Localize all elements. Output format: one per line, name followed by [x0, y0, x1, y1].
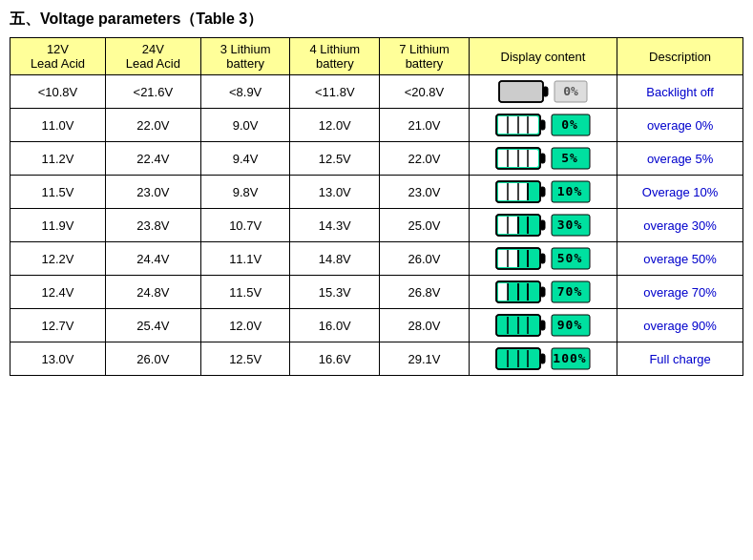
percent-display: 0%	[554, 79, 588, 104]
cell-row3-col2: 9.8V	[200, 176, 290, 209]
cell-row5-col3: 14.8V	[290, 242, 380, 276]
cell-row6-col1: 24.8V	[105, 276, 200, 309]
cell-row5-col1: 24.4V	[105, 242, 200, 276]
cell-row7-col2: 12.0V	[200, 309, 290, 342]
table-row: 13.0V26.0V12.5V16.6V29.1V 100% Full char…	[10, 342, 743, 376]
battery-icon	[495, 179, 547, 204]
description-cell: overage 30%	[617, 209, 743, 242]
cell-row2-col2: 9.4V	[200, 142, 290, 176]
voltage-table: 12VLead Acid 24VLead Acid 3 Lithiumbatte…	[10, 37, 743, 376]
cell-row7-col0: 12.7V	[10, 309, 106, 342]
svg-rect-42	[508, 183, 517, 200]
description-cell: Full charge	[617, 342, 743, 376]
battery-icon	[498, 79, 550, 104]
svg-text:0%: 0%	[561, 117, 578, 132]
cell-row6-col3: 15.3V	[290, 276, 380, 309]
header-3li: 3 Lithiumbattery	[200, 38, 290, 75]
cell-row8-col2: 12.5V	[200, 342, 290, 376]
cell-row5-col2: 11.1V	[200, 242, 290, 276]
display-cell: 10%	[469, 176, 617, 209]
table-row: 12.2V24.4V11.1V14.8V26.0V 50% overage 50…	[10, 242, 743, 276]
display-cell: 5%	[469, 142, 617, 176]
svg-text:50%: 50%	[557, 251, 582, 265]
header-12v: 12VLead Acid	[10, 38, 106, 75]
cell-row3-col3: 13.0V	[290, 176, 380, 209]
battery-icon	[495, 113, 547, 137]
header-4li: 4 Lithiumbattery	[290, 38, 380, 75]
cell-row6-col0: 12.4V	[10, 276, 106, 309]
svg-rect-11	[508, 116, 517, 134]
svg-rect-68	[498, 250, 508, 267]
cell-row4-col4: 25.0V	[380, 209, 470, 242]
table-row: 11.9V23.8V10.7V14.3V25.0V 30% overage 30…	[10, 209, 743, 242]
cell-row2-col3: 12.5V	[290, 142, 380, 176]
display-cell: 50%	[469, 242, 617, 276]
display-cell: 70%	[469, 276, 617, 309]
header-7li: 7 Lithiumbattery	[380, 38, 470, 75]
percent-display: 90%	[551, 313, 591, 338]
svg-rect-55	[498, 217, 508, 234]
cell-row8-col1: 26.0V	[105, 342, 200, 376]
description-cell: overage 50%	[617, 242, 743, 276]
cell-row1-col2: 9.0V	[200, 109, 290, 142]
cell-row0-col3: <11.8V	[290, 75, 380, 109]
cell-row8-col3: 16.6V	[290, 342, 380, 376]
cell-row4-col0: 11.9V	[10, 209, 106, 242]
svg-text:70%: 70%	[557, 284, 582, 299]
description-cell: overage 90%	[617, 309, 743, 342]
cell-row7-col4: 28.0V	[380, 309, 470, 342]
table-row: 12.7V25.4V12.0V16.0V28.0V 90% overage 90…	[10, 309, 743, 342]
table-row: 11.0V22.0V9.0V12.0V21.0V 0% overage 0%	[10, 109, 743, 142]
cell-row0-col0: <10.8V	[10, 75, 106, 109]
svg-rect-27	[508, 150, 517, 167]
percent-display: 0%	[551, 113, 591, 137]
display-cell: 90%	[469, 309, 617, 342]
header-24v: 24VLead Acid	[105, 38, 200, 75]
percent-display: 5%	[551, 146, 591, 171]
percent-display: 100%	[551, 346, 591, 371]
display-cell: 100%	[469, 342, 617, 376]
percent-display: 70%	[551, 280, 591, 304]
svg-rect-41	[498, 183, 508, 200]
description-cell: overage 0%	[617, 109, 743, 142]
cell-row4-col3: 14.3V	[290, 209, 380, 242]
battery-icon	[495, 313, 547, 338]
svg-rect-26	[498, 150, 508, 167]
table-row: <10.8V<21.6V<8.9V<11.8V<20.8V 0% Backlig…	[10, 75, 743, 109]
cell-row3-col0: 11.5V	[10, 176, 106, 209]
cell-row0-col2: <8.9V	[200, 75, 290, 109]
description-cell: Overage 10%	[617, 176, 743, 209]
cell-row1-col3: 12.0V	[290, 109, 380, 142]
percent-display: 50%	[551, 246, 591, 271]
svg-text:0%: 0%	[563, 84, 578, 98]
cell-row4-col2: 10.7V	[200, 209, 290, 242]
battery-icon	[495, 280, 547, 304]
cell-row1-col1: 22.0V	[105, 109, 200, 142]
display-cell: 0%	[469, 109, 617, 142]
table-row: 12.4V24.8V11.5V15.3V26.8V 70% overage 70…	[10, 276, 743, 309]
svg-text:30%: 30%	[557, 218, 582, 232]
svg-rect-69	[508, 250, 517, 267]
description-cell: overage 70%	[617, 276, 743, 309]
svg-text:100%: 100%	[553, 351, 586, 365]
battery-icon	[495, 146, 547, 171]
table-row: 11.2V22.4V9.4V12.5V22.0V 5% overage 5%	[10, 142, 743, 176]
header-display: Display content	[469, 38, 617, 75]
percent-display: 10%	[551, 179, 591, 204]
cell-row2-col1: 22.4V	[105, 142, 200, 176]
svg-rect-56	[508, 217, 517, 234]
battery-icon	[495, 246, 547, 271]
cell-row0-col1: <21.6V	[105, 75, 200, 109]
cell-row1-col0: 11.0V	[10, 109, 106, 142]
cell-row6-col4: 26.8V	[380, 276, 470, 309]
cell-row8-col4: 29.1V	[380, 342, 470, 376]
description-cell: Backlight off	[617, 75, 743, 109]
cell-row7-col3: 16.0V	[290, 309, 380, 342]
title: 五、Voltage parameters（Table 3）	[10, 10, 743, 30]
cell-row2-col4: 22.0V	[380, 142, 470, 176]
svg-rect-0	[499, 81, 543, 102]
cell-row5-col0: 12.2V	[10, 242, 106, 276]
cell-row4-col1: 23.8V	[105, 209, 200, 242]
battery-icon	[495, 346, 547, 371]
battery-icon	[495, 213, 547, 238]
